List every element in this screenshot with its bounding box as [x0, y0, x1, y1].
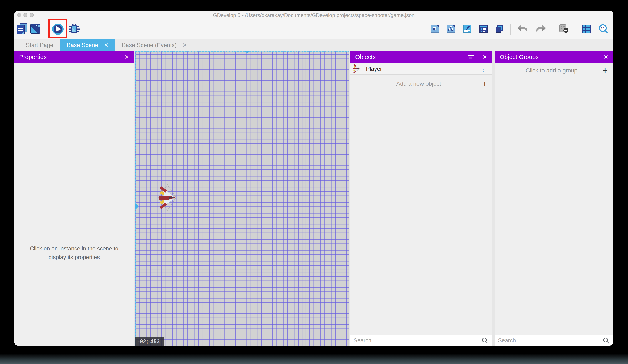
tab-base-scene-events[interactable]: Base Scene (Events) ✕ — [115, 39, 194, 51]
properties-panel-header: Properties ✕ — [14, 51, 134, 63]
properties-editor-icon[interactable] — [463, 25, 471, 35]
objects-editor-icon[interactable] — [431, 25, 439, 35]
object-menu-icon[interactable]: ⋮ — [478, 65, 488, 72]
plus-icon[interactable]: + — [602, 66, 608, 75]
objects-search-bar — [350, 335, 492, 346]
panel-divider[interactable] — [492, 51, 495, 346]
objects-panel: Objects ✕ Player ⋮ Add a new object + — [350, 51, 492, 346]
toolbar-separator — [553, 24, 553, 35]
close-icon[interactable]: ✕ — [604, 54, 608, 60]
vertical-scroll-thumb[interactable] — [135, 204, 138, 209]
scene-window-icon[interactable] — [30, 24, 40, 36]
tab-label: Base Scene (Events) — [122, 42, 177, 48]
layers-editor-icon[interactable] — [496, 25, 504, 35]
editor-toolbar-right: 1:1 — [431, 22, 608, 37]
object-groups-panel-header: Object Groups ✕ — [495, 51, 614, 63]
scene-editor-canvas[interactable]: -92;-453 — [135, 51, 349, 346]
debugger-icon[interactable] — [68, 24, 80, 36]
canvas-horizontal-scrollbar[interactable] — [135, 51, 349, 51]
title-bar: GDevelop 5 - /Users/dkarakay/Documents/G… — [14, 11, 614, 20]
properties-panel: Properties ✕ Click on an instance in the… — [14, 51, 134, 346]
cursor-coordinates-badge: -92;-453 — [135, 337, 164, 346]
object-list-item-player[interactable]: Player ⋮ — [350, 63, 492, 75]
desktop-shadow — [0, 354, 628, 364]
undo-icon[interactable] — [517, 25, 528, 35]
svg-text:1:1: 1:1 — [601, 27, 605, 30]
project-manager-icon[interactable] — [17, 23, 27, 36]
objects-panel-header: Objects ✕ — [350, 51, 492, 63]
object-groups-editor-icon[interactable] — [447, 25, 455, 35]
player-instance[interactable] — [158, 184, 177, 211]
tab-close-icon[interactable]: ✕ — [104, 42, 108, 48]
window-title: GDevelop 5 - /Users/dkarakay/Documents/G… — [14, 11, 614, 20]
horizontal-scroll-thumb[interactable] — [245, 51, 249, 53]
add-object-label: Add a new object — [355, 80, 482, 87]
preview-play-button[interactable] — [52, 23, 64, 37]
panel-title: Object Groups — [500, 54, 539, 60]
panel-title: Properties — [19, 54, 47, 60]
toolbar-separator — [510, 24, 511, 35]
screen: GDevelop 5 - /Users/dkarakay/Documents/G… — [0, 0, 628, 364]
main-toolbar: 1:1 — [14, 20, 614, 39]
panel-title: Objects — [355, 54, 376, 60]
properties-empty-hint: Click on an instance in the scene to dis… — [14, 244, 134, 262]
add-new-object-row[interactable]: Add a new object + — [350, 75, 492, 92]
toggle-mask-icon[interactable] — [559, 24, 569, 35]
tab-start-page[interactable]: Start Page — [19, 39, 60, 51]
search-icon — [603, 337, 609, 344]
tab-base-scene[interactable]: Base Scene ✕ — [60, 39, 115, 51]
panel-divider[interactable] — [349, 51, 350, 346]
close-icon[interactable]: ✕ — [482, 54, 487, 60]
tab-close-icon[interactable]: ✕ — [182, 42, 187, 48]
app-window: GDevelop 5 - /Users/dkarakay/Documents/G… — [14, 11, 614, 346]
tab-label: Start Page — [26, 42, 53, 48]
groups-search-bar — [495, 335, 614, 346]
canvas-vertical-scrollbar[interactable] — [135, 51, 136, 346]
groups-search-input[interactable] — [498, 337, 601, 344]
zoom-original-icon[interactable]: 1:1 — [599, 24, 608, 35]
add-group-row[interactable]: Click to add a group + — [495, 63, 614, 78]
instances-list-icon[interactable] — [479, 25, 488, 35]
search-icon — [482, 337, 488, 344]
close-icon[interactable]: ✕ — [124, 54, 129, 60]
toolbar-separator — [575, 24, 576, 35]
object-groups-panel: Object Groups ✕ Click to add a group + — [495, 51, 614, 346]
plus-icon[interactable]: + — [482, 79, 487, 88]
toggle-grid-icon[interactable] — [582, 24, 591, 35]
add-group-label: Click to add a group — [501, 67, 602, 74]
editor-tabs: Start Page Base Scene ✕ Base Scene (Even… — [14, 39, 614, 51]
redo-icon[interactable] — [536, 25, 546, 35]
filter-icon[interactable] — [468, 54, 474, 60]
player-object-thumbnail — [353, 63, 360, 74]
objects-search-input[interactable] — [354, 337, 479, 344]
tab-label: Base Scene — [67, 42, 98, 48]
object-name: Player — [366, 65, 478, 72]
